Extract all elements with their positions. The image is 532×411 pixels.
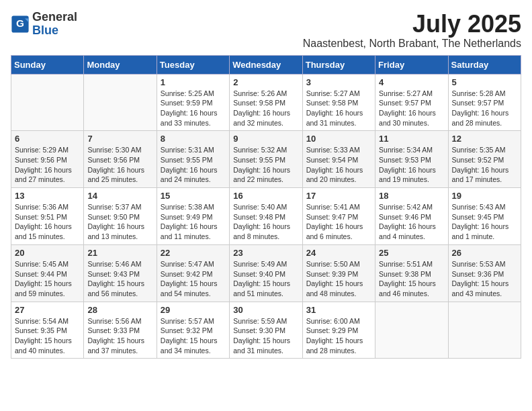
calendar-week-row: 20Sunrise: 5:45 AM Sunset: 9:44 PM Dayli…: [11, 244, 521, 302]
day-info: Sunrise: 5:45 AM Sunset: 9:44 PM Dayligh…: [15, 259, 80, 299]
day-number: 1: [161, 77, 226, 87]
calendar-day-cell: 13Sunrise: 5:36 AM Sunset: 9:51 PM Dayli…: [11, 188, 84, 245]
calendar-day-cell: 21Sunrise: 5:46 AM Sunset: 9:43 PM Dayli…: [84, 244, 157, 302]
calendar-day-cell: 29Sunrise: 5:57 AM Sunset: 9:32 PM Dayli…: [157, 302, 229, 359]
calendar-day-cell: 30Sunrise: 5:59 AM Sunset: 9:30 PM Dayli…: [230, 302, 302, 359]
day-info: Sunrise: 5:50 AM Sunset: 9:39 PM Dayligh…: [306, 259, 371, 299]
day-number: 10: [306, 134, 371, 144]
calendar-day-cell: [11, 74, 84, 131]
calendar-week-row: 1Sunrise: 5:25 AM Sunset: 9:59 PM Daylig…: [11, 74, 521, 131]
day-info: Sunrise: 5:54 AM Sunset: 9:35 PM Dayligh…: [15, 316, 80, 356]
calendar-day-cell: 1Sunrise: 5:25 AM Sunset: 9:59 PM Daylig…: [157, 74, 229, 131]
day-number: 6: [15, 134, 80, 144]
day-info: Sunrise: 5:33 AM Sunset: 9:54 PM Dayligh…: [306, 145, 371, 185]
day-info: Sunrise: 5:41 AM Sunset: 9:47 PM Dayligh…: [306, 202, 371, 242]
calendar-day-cell: 12Sunrise: 5:35 AM Sunset: 9:52 PM Dayli…: [448, 131, 521, 188]
day-info: Sunrise: 5:49 AM Sunset: 9:40 PM Dayligh…: [233, 259, 298, 299]
day-number: 14: [87, 191, 152, 201]
calendar-day-cell: 24Sunrise: 5:50 AM Sunset: 9:39 PM Dayli…: [302, 244, 375, 302]
title-block: July 2025 Naastenbest, North Brabant, Th…: [303, 11, 521, 50]
calendar-day-cell: [375, 302, 448, 359]
day-number: 8: [161, 134, 226, 144]
calendar-day-cell: 18Sunrise: 5:42 AM Sunset: 9:46 PM Dayli…: [375, 188, 448, 245]
calendar-day-cell: 3Sunrise: 5:27 AM Sunset: 9:58 PM Daylig…: [302, 74, 375, 131]
day-number: 9: [233, 134, 298, 144]
day-info: Sunrise: 6:00 AM Sunset: 9:29 PM Dayligh…: [306, 316, 371, 356]
day-number: 2: [233, 77, 298, 87]
day-info: Sunrise: 5:36 AM Sunset: 9:51 PM Dayligh…: [15, 202, 80, 242]
day-info: Sunrise: 5:29 AM Sunset: 9:56 PM Dayligh…: [15, 145, 80, 185]
day-info: Sunrise: 5:57 AM Sunset: 9:32 PM Dayligh…: [161, 316, 226, 356]
logo-icon: G: [11, 15, 30, 34]
day-of-week-header: Thursday: [302, 55, 375, 74]
day-number: 24: [306, 248, 371, 258]
day-info: Sunrise: 5:26 AM Sunset: 9:58 PM Dayligh…: [233, 89, 298, 128]
day-info: Sunrise: 5:43 AM Sunset: 9:45 PM Dayligh…: [452, 202, 517, 242]
day-number: 11: [379, 134, 444, 144]
calendar-day-cell: 8Sunrise: 5:31 AM Sunset: 9:55 PM Daylig…: [157, 131, 229, 188]
day-number: 13: [15, 191, 80, 201]
day-number: 17: [306, 191, 371, 201]
calendar-day-cell: 15Sunrise: 5:38 AM Sunset: 9:49 PM Dayli…: [157, 188, 229, 245]
calendar-day-cell: 26Sunrise: 5:53 AM Sunset: 9:36 PM Dayli…: [448, 244, 521, 302]
day-number: 28: [87, 305, 152, 315]
calendar-header-row: SundayMondayTuesdayWednesdayThursdayFrid…: [11, 55, 521, 74]
day-number: 12: [452, 134, 517, 144]
day-info: Sunrise: 5:56 AM Sunset: 9:33 PM Dayligh…: [87, 316, 152, 356]
day-of-week-header: Saturday: [448, 55, 521, 74]
calendar-day-cell: 28Sunrise: 5:56 AM Sunset: 9:33 PM Dayli…: [84, 302, 157, 359]
day-number: 18: [379, 191, 444, 201]
day-info: Sunrise: 5:59 AM Sunset: 9:30 PM Dayligh…: [233, 316, 298, 356]
day-info: Sunrise: 5:35 AM Sunset: 9:52 PM Dayligh…: [452, 145, 517, 185]
day-number: 31: [306, 305, 371, 315]
calendar-day-cell: 6Sunrise: 5:29 AM Sunset: 9:56 PM Daylig…: [11, 131, 84, 188]
calendar-day-cell: 22Sunrise: 5:47 AM Sunset: 9:42 PM Dayli…: [157, 244, 229, 302]
day-number: 23: [233, 248, 298, 258]
day-number: 16: [233, 191, 298, 201]
day-of-week-header: Sunday: [11, 55, 84, 74]
calendar-day-cell: 2Sunrise: 5:26 AM Sunset: 9:58 PM Daylig…: [230, 74, 302, 131]
day-info: Sunrise: 5:37 AM Sunset: 9:50 PM Dayligh…: [87, 202, 152, 242]
day-number: 3: [306, 77, 371, 87]
calendar-day-cell: 19Sunrise: 5:43 AM Sunset: 9:45 PM Dayli…: [448, 188, 521, 245]
day-of-week-header: Tuesday: [157, 55, 229, 74]
day-info: Sunrise: 5:27 AM Sunset: 9:57 PM Dayligh…: [379, 89, 444, 128]
logo-blue: Blue: [32, 24, 58, 37]
day-info: Sunrise: 5:42 AM Sunset: 9:46 PM Dayligh…: [379, 202, 444, 242]
day-number: 27: [15, 305, 80, 315]
day-of-week-header: Wednesday: [230, 55, 302, 74]
logo: G General Blue: [11, 11, 77, 38]
calendar-day-cell: 31Sunrise: 6:00 AM Sunset: 9:29 PM Dayli…: [302, 302, 375, 359]
month-title: July 2025: [303, 11, 521, 38]
day-info: Sunrise: 5:32 AM Sunset: 9:55 PM Dayligh…: [233, 145, 298, 185]
day-number: 25: [379, 248, 444, 258]
calendar-day-cell: 5Sunrise: 5:28 AM Sunset: 9:57 PM Daylig…: [448, 74, 521, 131]
calendar-week-row: 27Sunrise: 5:54 AM Sunset: 9:35 PM Dayli…: [11, 302, 521, 359]
calendar-week-row: 13Sunrise: 5:36 AM Sunset: 9:51 PM Dayli…: [11, 188, 521, 245]
day-number: 21: [87, 248, 152, 258]
svg-text:G: G: [16, 17, 24, 29]
calendar-day-cell: 7Sunrise: 5:30 AM Sunset: 9:56 PM Daylig…: [84, 131, 157, 188]
calendar-day-cell: 23Sunrise: 5:49 AM Sunset: 9:40 PM Dayli…: [230, 244, 302, 302]
day-of-week-header: Friday: [375, 55, 448, 74]
calendar-day-cell: 17Sunrise: 5:41 AM Sunset: 9:47 PM Dayli…: [302, 188, 375, 245]
calendar-day-cell: 25Sunrise: 5:51 AM Sunset: 9:38 PM Dayli…: [375, 244, 448, 302]
day-number: 5: [452, 77, 517, 87]
calendar-day-cell: 20Sunrise: 5:45 AM Sunset: 9:44 PM Dayli…: [11, 244, 84, 302]
location-title: Naastenbest, North Brabant, The Netherla…: [303, 38, 521, 50]
day-info: Sunrise: 5:46 AM Sunset: 9:43 PM Dayligh…: [87, 259, 152, 299]
day-number: 7: [87, 134, 152, 144]
day-info: Sunrise: 5:25 AM Sunset: 9:59 PM Dayligh…: [161, 89, 226, 128]
day-info: Sunrise: 5:31 AM Sunset: 9:55 PM Dayligh…: [161, 145, 226, 185]
page-header: G General Blue July 2025 Naastenbest, No…: [11, 11, 521, 50]
calendar-day-cell: [448, 302, 521, 359]
day-info: Sunrise: 5:47 AM Sunset: 9:42 PM Dayligh…: [161, 259, 226, 299]
calendar-day-cell: 10Sunrise: 5:33 AM Sunset: 9:54 PM Dayli…: [302, 131, 375, 188]
day-info: Sunrise: 5:34 AM Sunset: 9:53 PM Dayligh…: [379, 145, 444, 185]
day-of-week-header: Monday: [84, 55, 157, 74]
calendar-day-cell: 11Sunrise: 5:34 AM Sunset: 9:53 PM Dayli…: [375, 131, 448, 188]
calendar-day-cell: 16Sunrise: 5:40 AM Sunset: 9:48 PM Dayli…: [230, 188, 302, 245]
day-info: Sunrise: 5:28 AM Sunset: 9:57 PM Dayligh…: [452, 89, 517, 128]
day-info: Sunrise: 5:27 AM Sunset: 9:58 PM Dayligh…: [306, 89, 371, 128]
day-info: Sunrise: 5:40 AM Sunset: 9:48 PM Dayligh…: [233, 202, 298, 242]
